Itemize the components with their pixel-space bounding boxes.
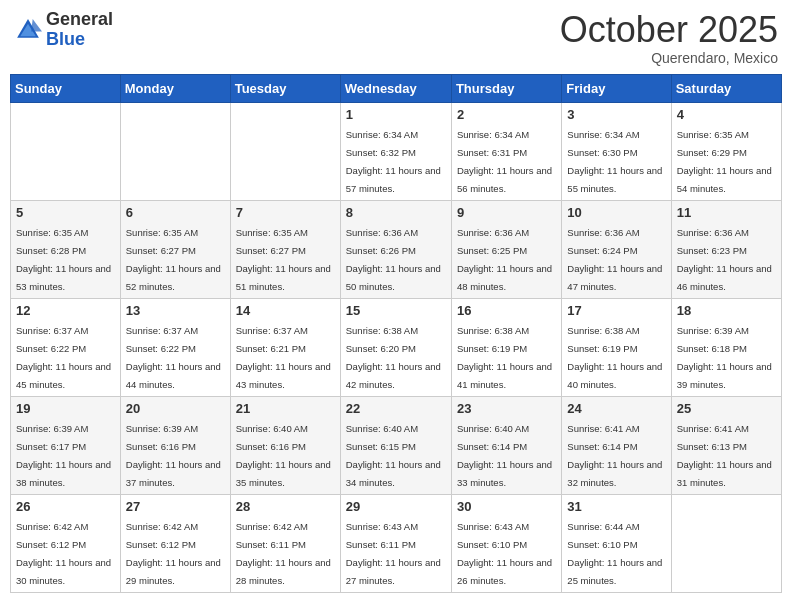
day-cell: 19 Sunrise: 6:39 AMSunset: 6:17 PMDaylig… (11, 396, 121, 494)
day-cell: 6 Sunrise: 6:35 AMSunset: 6:27 PMDayligh… (120, 200, 230, 298)
day-number: 26 (16, 499, 115, 514)
day-number: 29 (346, 499, 446, 514)
week-row-5: 26 Sunrise: 6:42 AMSunset: 6:12 PMDaylig… (11, 494, 782, 592)
day-number: 15 (346, 303, 446, 318)
day-cell: 10 Sunrise: 6:36 AMSunset: 6:24 PMDaylig… (562, 200, 671, 298)
day-number: 22 (346, 401, 446, 416)
day-cell: 22 Sunrise: 6:40 AMSunset: 6:15 PMDaylig… (340, 396, 451, 494)
day-cell: 1 Sunrise: 6:34 AMSunset: 6:32 PMDayligh… (340, 102, 451, 200)
location-subtitle: Querendaro, Mexico (560, 50, 778, 66)
day-info: Sunrise: 6:40 AMSunset: 6:14 PMDaylight:… (457, 423, 552, 488)
day-cell (671, 494, 781, 592)
day-cell: 5 Sunrise: 6:35 AMSunset: 6:28 PMDayligh… (11, 200, 121, 298)
day-cell: 13 Sunrise: 6:37 AMSunset: 6:22 PMDaylig… (120, 298, 230, 396)
day-info: Sunrise: 6:42 AMSunset: 6:12 PMDaylight:… (126, 521, 221, 586)
day-number: 25 (677, 401, 776, 416)
day-cell: 18 Sunrise: 6:39 AMSunset: 6:18 PMDaylig… (671, 298, 781, 396)
day-info: Sunrise: 6:36 AMSunset: 6:23 PMDaylight:… (677, 227, 772, 292)
day-cell: 3 Sunrise: 6:34 AMSunset: 6:30 PMDayligh… (562, 102, 671, 200)
day-number: 3 (567, 107, 665, 122)
day-cell: 24 Sunrise: 6:41 AMSunset: 6:14 PMDaylig… (562, 396, 671, 494)
day-cell: 16 Sunrise: 6:38 AMSunset: 6:19 PMDaylig… (451, 298, 561, 396)
day-info: Sunrise: 6:36 AMSunset: 6:24 PMDaylight:… (567, 227, 662, 292)
svg-marker-3 (31, 19, 42, 31)
day-info: Sunrise: 6:36 AMSunset: 6:25 PMDaylight:… (457, 227, 552, 292)
logo-general-text: General (46, 10, 113, 30)
logo-blue-text: Blue (46, 30, 113, 50)
day-info: Sunrise: 6:34 AMSunset: 6:30 PMDaylight:… (567, 129, 662, 194)
day-number: 21 (236, 401, 335, 416)
day-info: Sunrise: 6:35 AMSunset: 6:28 PMDaylight:… (16, 227, 111, 292)
day-info: Sunrise: 6:42 AMSunset: 6:12 PMDaylight:… (16, 521, 111, 586)
day-number: 7 (236, 205, 335, 220)
day-number: 11 (677, 205, 776, 220)
calendar-header-row: SundayMondayTuesdayWednesdayThursdayFrid… (11, 74, 782, 102)
day-info: Sunrise: 6:40 AMSunset: 6:16 PMDaylight:… (236, 423, 331, 488)
day-cell: 2 Sunrise: 6:34 AMSunset: 6:31 PMDayligh… (451, 102, 561, 200)
day-number: 16 (457, 303, 556, 318)
day-number: 30 (457, 499, 556, 514)
day-cell: 27 Sunrise: 6:42 AMSunset: 6:12 PMDaylig… (120, 494, 230, 592)
day-cell: 30 Sunrise: 6:43 AMSunset: 6:10 PMDaylig… (451, 494, 561, 592)
day-cell: 25 Sunrise: 6:41 AMSunset: 6:13 PMDaylig… (671, 396, 781, 494)
day-info: Sunrise: 6:38 AMSunset: 6:19 PMDaylight:… (567, 325, 662, 390)
col-header-wednesday: Wednesday (340, 74, 451, 102)
day-number: 19 (16, 401, 115, 416)
day-cell: 28 Sunrise: 6:42 AMSunset: 6:11 PMDaylig… (230, 494, 340, 592)
week-row-3: 12 Sunrise: 6:37 AMSunset: 6:22 PMDaylig… (11, 298, 782, 396)
month-title: October 2025 (560, 10, 778, 50)
day-cell: 12 Sunrise: 6:37 AMSunset: 6:22 PMDaylig… (11, 298, 121, 396)
day-cell (230, 102, 340, 200)
day-info: Sunrise: 6:34 AMSunset: 6:31 PMDaylight:… (457, 129, 552, 194)
logo-text: General Blue (46, 10, 113, 50)
day-info: Sunrise: 6:37 AMSunset: 6:22 PMDaylight:… (16, 325, 111, 390)
day-number: 12 (16, 303, 115, 318)
day-info: Sunrise: 6:35 AMSunset: 6:29 PMDaylight:… (677, 129, 772, 194)
day-number: 17 (567, 303, 665, 318)
day-info: Sunrise: 6:39 AMSunset: 6:18 PMDaylight:… (677, 325, 772, 390)
col-header-tuesday: Tuesday (230, 74, 340, 102)
day-info: Sunrise: 6:39 AMSunset: 6:17 PMDaylight:… (16, 423, 111, 488)
day-cell: 20 Sunrise: 6:39 AMSunset: 6:16 PMDaylig… (120, 396, 230, 494)
day-cell: 15 Sunrise: 6:38 AMSunset: 6:20 PMDaylig… (340, 298, 451, 396)
logo-icon (14, 16, 42, 44)
day-number: 1 (346, 107, 446, 122)
day-number: 14 (236, 303, 335, 318)
day-info: Sunrise: 6:38 AMSunset: 6:20 PMDaylight:… (346, 325, 441, 390)
day-info: Sunrise: 6:35 AMSunset: 6:27 PMDaylight:… (236, 227, 331, 292)
day-number: 13 (126, 303, 225, 318)
day-info: Sunrise: 6:43 AMSunset: 6:11 PMDaylight:… (346, 521, 441, 586)
day-number: 8 (346, 205, 446, 220)
day-cell: 7 Sunrise: 6:35 AMSunset: 6:27 PMDayligh… (230, 200, 340, 298)
day-cell: 4 Sunrise: 6:35 AMSunset: 6:29 PMDayligh… (671, 102, 781, 200)
day-number: 2 (457, 107, 556, 122)
day-cell: 21 Sunrise: 6:40 AMSunset: 6:16 PMDaylig… (230, 396, 340, 494)
col-header-sunday: Sunday (11, 74, 121, 102)
day-cell: 17 Sunrise: 6:38 AMSunset: 6:19 PMDaylig… (562, 298, 671, 396)
day-info: Sunrise: 6:37 AMSunset: 6:22 PMDaylight:… (126, 325, 221, 390)
day-cell: 11 Sunrise: 6:36 AMSunset: 6:23 PMDaylig… (671, 200, 781, 298)
day-number: 28 (236, 499, 335, 514)
day-number: 9 (457, 205, 556, 220)
day-info: Sunrise: 6:41 AMSunset: 6:14 PMDaylight:… (567, 423, 662, 488)
day-cell: 8 Sunrise: 6:36 AMSunset: 6:26 PMDayligh… (340, 200, 451, 298)
day-info: Sunrise: 6:34 AMSunset: 6:32 PMDaylight:… (346, 129, 441, 194)
day-info: Sunrise: 6:39 AMSunset: 6:16 PMDaylight:… (126, 423, 221, 488)
day-number: 20 (126, 401, 225, 416)
day-number: 31 (567, 499, 665, 514)
day-info: Sunrise: 6:41 AMSunset: 6:13 PMDaylight:… (677, 423, 772, 488)
day-number: 6 (126, 205, 225, 220)
day-info: Sunrise: 6:36 AMSunset: 6:26 PMDaylight:… (346, 227, 441, 292)
title-block: October 2025 Querendaro, Mexico (560, 10, 778, 66)
day-cell: 31 Sunrise: 6:44 AMSunset: 6:10 PMDaylig… (562, 494, 671, 592)
day-info: Sunrise: 6:37 AMSunset: 6:21 PMDaylight:… (236, 325, 331, 390)
col-header-friday: Friday (562, 74, 671, 102)
day-number: 10 (567, 205, 665, 220)
day-info: Sunrise: 6:42 AMSunset: 6:11 PMDaylight:… (236, 521, 331, 586)
week-row-4: 19 Sunrise: 6:39 AMSunset: 6:17 PMDaylig… (11, 396, 782, 494)
day-info: Sunrise: 6:40 AMSunset: 6:15 PMDaylight:… (346, 423, 441, 488)
day-number: 27 (126, 499, 225, 514)
day-number: 24 (567, 401, 665, 416)
day-cell (11, 102, 121, 200)
day-cell: 9 Sunrise: 6:36 AMSunset: 6:25 PMDayligh… (451, 200, 561, 298)
